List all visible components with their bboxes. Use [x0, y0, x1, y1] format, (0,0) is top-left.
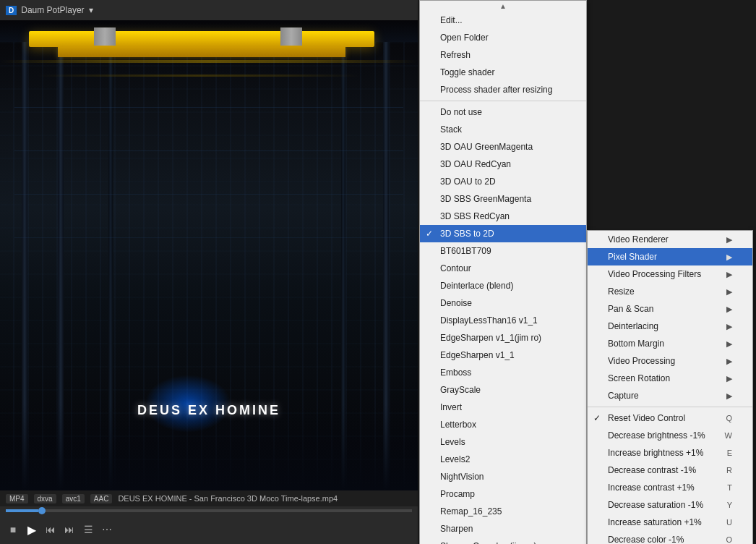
menu-item-3d-sbs-gm[interactable]: 3D SBS GreenMagenta	[420, 190, 586, 208]
progress-container	[0, 506, 418, 515]
menu-item-bottom-margin[interactable]: Bottom Margin▶	[588, 335, 752, 352]
cross-beam-1	[0, 60, 418, 63]
menu-item-bt601[interactable]: BT601BT709	[420, 242, 586, 260]
menu-item-arrow: ▶	[712, 355, 732, 367]
menu-item-edge-sharpen-jr[interactable]: EdgeSharpen v1_1(jim ro)	[420, 329, 586, 347]
menu-item-label: Toggle shader	[440, 66, 494, 79]
menu-item-open-folder[interactable]: Open Folder	[420, 29, 586, 46]
status-bar: MP4 dxva avc1 AAC DEUS EX HOMINE - San F…	[0, 490, 418, 506]
menu-item-label: Deinterlacing	[608, 320, 658, 333]
menu-item-denoise[interactable]: Denoise	[420, 294, 586, 312]
menu-item-label: Levels2	[440, 453, 470, 466]
menu-item-reset-video-control[interactable]: Reset Video ControlQ	[588, 409, 752, 427]
menu-item-screen-rotation[interactable]: Screen Rotation▶	[588, 370, 752, 387]
stop-button[interactable]: ■	[6, 522, 20, 537]
menu-item-sharpen-complex-jr[interactable]: SharpenComplex (jim ro)	[420, 537, 586, 544]
menu-item-label: Emboss	[440, 366, 471, 379]
menu-item-label: Decrease contrast -1%	[608, 464, 696, 477]
menu-item-contour[interactable]: Contour	[420, 260, 586, 277]
menu-item-stack[interactable]: Stack	[420, 121, 586, 138]
menu-item-deinterlace-blend[interactable]: Deinterlace (blend)	[420, 277, 586, 294]
menu-item-pan-scan[interactable]: Pan & Scan▶	[588, 300, 752, 318]
menu-item-video-renderer[interactable]: Video Renderer▶	[588, 231, 752, 248]
prev-button[interactable]: ⏮	[43, 522, 58, 537]
menu-item-edit[interactable]: Edit...	[420, 12, 586, 29]
menu-item-inc-saturation[interactable]: Increase saturation +1%U	[588, 514, 752, 531]
menu-item-procamp[interactable]: Procamp	[420, 485, 586, 503]
playlist-button[interactable]: ☰	[81, 522, 95, 537]
menu-item-dec-contrast[interactable]: Decrease contrast -1%R	[588, 462, 752, 479]
menu-item-label: Contour	[440, 262, 471, 275]
menu-item-label: Deinterlace (blend)	[440, 279, 513, 292]
shelf-2	[14, 150, 403, 151]
menu-item-invert[interactable]: Invert	[420, 399, 586, 416]
menu-item-label: Stack	[440, 123, 462, 136]
menu-item-grayscale[interactable]: GrayScale	[420, 381, 586, 399]
menu-item-shortcut: E	[713, 447, 732, 459]
menu-item-label: Decrease color -1%	[608, 533, 684, 544]
menu-item-sharpen[interactable]: Sharpen	[420, 520, 586, 537]
play-button[interactable]: ▶	[25, 522, 39, 537]
menu-item-arrow: ▶	[712, 390, 732, 402]
scroll-up-button[interactable]: ▲	[420, 1, 586, 12]
menu-item-emboss[interactable]: Emboss	[420, 364, 586, 381]
menu-item-inc-contrast[interactable]: Increase contrast +1%T	[588, 479, 752, 496]
progress-bar[interactable]	[6, 509, 412, 512]
menu-item-process-shader[interactable]: Process shader after resizing	[420, 81, 586, 98]
menu-item-edge-sharpen[interactable]: EdgeSharpen v1_1	[420, 347, 586, 364]
menu-item-3d-sbs-2d[interactable]: 3D SBS to 2D	[420, 225, 586, 242]
title-arrow[interactable]: ▾	[89, 5, 93, 15]
menu-item-label: EdgeSharpen v1_1(jim ro)	[440, 331, 541, 344]
menu-item-label: Capture	[608, 389, 639, 402]
menu-item-vpf[interactable]: Video Processing Filters▶	[588, 265, 752, 283]
menu-item-video-processing[interactable]: Video Processing▶	[588, 352, 752, 370]
menu-item-shortcut: T	[713, 482, 732, 494]
menu-item-dec-color[interactable]: Decrease color -1%O	[588, 531, 752, 544]
menu-item-shortcut: O	[711, 534, 732, 544]
menu-item-3d-oau-rc[interactable]: 3D OAU RedCyan	[420, 156, 586, 173]
menu-item-dec-brightness[interactable]: Decrease brightness -1%W	[588, 427, 752, 444]
menu-divider	[588, 407, 752, 407]
menu-item-do-not-use[interactable]: Do not use	[420, 103, 586, 121]
menu-item-shortcut: U	[712, 517, 732, 529]
progress-thumb[interactable]	[38, 507, 46, 514]
controls-bar: ■ ▶ ⏮ ⏭ ☰ ⋯	[0, 515, 418, 544]
menu-item-refresh[interactable]: Refresh	[420, 46, 586, 64]
menu-item-3d-oau-2d[interactable]: 3D OAU to 2D	[420, 173, 586, 190]
menu-item-arrow: ▶	[712, 268, 732, 281]
menu-item-pixel-shader[interactable]: Pixel Shader▶	[588, 248, 752, 265]
next-button[interactable]: ⏭	[62, 522, 77, 537]
menu-item-shortcut: W	[710, 430, 732, 442]
crane-secondary	[58, 47, 345, 57]
menu-item-capture[interactable]: Capture▶	[588, 387, 752, 404]
menu-item-label: GrayScale	[440, 383, 481, 396]
progress-fill	[6, 509, 38, 512]
title-bar: D Daum PotPlayer ▾	[0, 0, 418, 20]
more-button[interactable]: ⋯	[100, 522, 114, 537]
menu-item-inc-brightness[interactable]: Increase brightness +1%E	[588, 444, 752, 462]
menu-item-label: Pixel Shader	[608, 250, 657, 263]
menu-item-shortcut: R	[712, 464, 732, 477]
menu-item-letterbox[interactable]: Letterbox	[420, 416, 586, 433]
menu-item-label: Bottom Margin	[608, 337, 664, 350]
menu-item-arrow: ▶	[712, 234, 732, 246]
menu-item-levels[interactable]: Levels	[420, 433, 586, 451]
menu-item-display-less[interactable]: DisplayLessThan16 v1_1	[420, 312, 586, 329]
menu-item-arrow: ▶	[712, 251, 732, 263]
shelf-3	[14, 194, 403, 195]
menu-item-dec-saturation[interactable]: Decrease saturation -1%Y	[588, 496, 752, 514]
menu-item-shortcut: Q	[711, 412, 732, 425]
menu-item-deinterlacing[interactable]: Deinterlacing▶	[588, 318, 752, 335]
menu-item-nightvision[interactable]: NightVision	[420, 468, 586, 485]
menu-item-3d-sbs-rc[interactable]: 3D SBS RedCyan	[420, 208, 586, 225]
crane-support-2	[280, 27, 302, 46]
menu-item-remap[interactable]: Remap_16_235	[420, 503, 586, 520]
format-badge: MP4	[6, 494, 28, 503]
menu-item-label: 3D SBS GreenMagenta	[440, 192, 531, 205]
menu-item-resize[interactable]: Resize▶	[588, 283, 752, 300]
player-container: D Daum PotPlayer ▾	[0, 0, 418, 544]
menu-item-levels2[interactable]: Levels2	[420, 451, 586, 468]
menu-item-3d-oau-gm[interactable]: 3D OAU GreenMagenta	[420, 138, 586, 156]
menu-item-toggle-shader[interactable]: Toggle shader	[420, 64, 586, 81]
menu-item-arrow: ▶	[712, 320, 732, 333]
